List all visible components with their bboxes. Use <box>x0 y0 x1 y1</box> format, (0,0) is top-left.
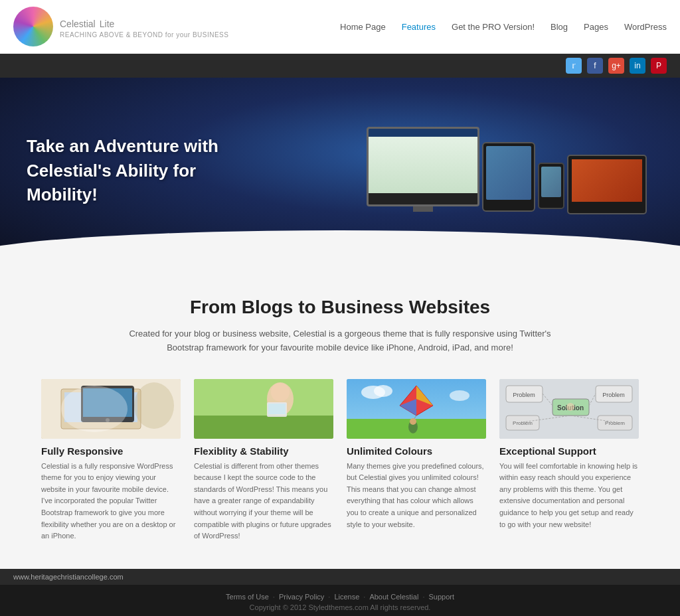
feature-title-2: Unlimited Colours <box>347 445 486 457</box>
hero-section: Take an Adventure with Celestial's Abili… <box>0 78 680 264</box>
header: Celestial Lite REACHING ABOVE & BEYOND f… <box>0 0 680 54</box>
nav-pages[interactable]: Pages <box>584 19 608 35</box>
feature-desc-3: You will feel comfortable in knowing hel… <box>499 461 639 531</box>
gplus-icon[interactable]: g+ <box>608 58 624 74</box>
svg-rect-4 <box>83 388 132 417</box>
feature-stability: Flexiblity & Stability Celestial is diff… <box>194 379 333 542</box>
svg-point-10 <box>271 383 290 402</box>
svg-rect-12 <box>268 404 286 414</box>
footer-copyright: Copyright © 2012 Styledthemes.com All ri… <box>250 603 431 611</box>
feature-title-1: Flexiblity & Stability <box>194 445 333 457</box>
svg-point-23 <box>410 418 416 425</box>
footer-about[interactable]: About Celestial <box>369 593 418 601</box>
monitor-stand <box>413 206 433 212</box>
monitor-screen <box>367 127 479 206</box>
logo-tagline: REACHING ABOVE & BEYOND for your BUSINES… <box>60 31 228 39</box>
nav-blog[interactable]: Blog <box>551 19 568 35</box>
tablet-device <box>567 155 647 214</box>
devices-mockup <box>367 127 647 214</box>
nav-features[interactable]: Features <box>402 19 436 35</box>
feature-support: Problem Solution Problem Problem Problem <box>499 379 639 542</box>
colours-illustration <box>347 379 486 439</box>
section-title: From Blogs to Business Websites <box>27 297 653 318</box>
feature-img-responsive <box>41 379 181 439</box>
hero-title: Take an Adventure with Celestial's Abili… <box>27 134 259 206</box>
stability-illustration <box>194 379 333 439</box>
svg-point-5 <box>106 418 110 422</box>
footer-links: Terms of Use · Privacy Policy · License … <box>226 593 454 601</box>
footer-support[interactable]: Support <box>428 593 454 601</box>
feature-img-stability <box>194 379 333 439</box>
section-subtitle: Created for your blog or business websit… <box>114 327 566 355</box>
logo-text: Celestial Lite REACHING ABOVE & BEYOND f… <box>60 14 228 39</box>
nav-wordpress[interactable]: WordPress <box>624 19 667 35</box>
ipad-device <box>482 142 535 212</box>
responsive-illustration <box>41 379 181 439</box>
footer-url-bar: www.heritagechristiancollege.com <box>0 569 680 585</box>
footer-url-text: www.heritagechristiancollege.com <box>13 573 124 581</box>
svg-point-6 <box>134 382 174 429</box>
main-nav: Home Page Features Get the PRO Version! … <box>340 19 667 35</box>
feature-colours: Unlimited Colours Many themes give you p… <box>347 379 486 542</box>
feature-responsive: Fully Responsive Celestial is a fully re… <box>41 379 181 542</box>
feature-img-support: Problem Solution Problem Problem Problem <box>499 379 639 439</box>
linkedin-icon[interactable]: in <box>630 58 645 74</box>
footer-license[interactable]: License <box>334 593 359 601</box>
social-bar: 𝕣 f g+ in P <box>0 54 680 78</box>
feature-desc-2: Many themes give you predefined colours,… <box>347 461 486 531</box>
support-illustration: Problem Solution Problem Problem Problem <box>499 379 639 439</box>
footer-main: Terms of Use · Privacy Policy · License … <box>0 585 680 616</box>
phone-device <box>538 163 564 209</box>
feature-desc-1: Celestial is different from other themes… <box>194 461 333 542</box>
footer-terms[interactable]: Terms of Use <box>226 593 269 601</box>
facebook-icon[interactable]: f <box>587 58 603 74</box>
logo-icon <box>13 7 53 46</box>
svg-text:Problem: Problem <box>602 392 625 398</box>
feature-title-3: Exceptional Support <box>499 445 639 457</box>
logo-name: Celestial Lite <box>60 14 228 31</box>
svg-rect-8 <box>194 416 333 439</box>
twitter-icon[interactable]: 𝕣 <box>566 58 582 74</box>
monitor-device <box>367 127 479 212</box>
nav-home[interactable]: Home Page <box>340 19 386 35</box>
feature-desc-0: Celestial is a fully responsive WordPres… <box>41 461 181 542</box>
svg-text:Problem: Problem <box>513 392 535 398</box>
svg-point-21 <box>450 390 469 401</box>
hero-text: Take an Adventure with Celestial's Abili… <box>27 134 259 206</box>
footer-privacy[interactable]: Privacy Policy <box>279 593 324 601</box>
content-section: From Blogs to Business Websites Created … <box>0 264 680 569</box>
nav-pro[interactable]: Get the PRO Version! <box>452 19 535 35</box>
feature-title-0: Fully Responsive <box>41 445 181 457</box>
features-grid: Fully Responsive Celestial is a fully re… <box>27 379 653 542</box>
svg-point-20 <box>374 385 392 397</box>
svg-point-39 <box>566 403 574 411</box>
pinterest-icon[interactable]: P <box>651 58 667 74</box>
logo: Celestial Lite REACHING ABOVE & BEYOND f… <box>13 7 228 46</box>
feature-img-colours <box>347 379 486 439</box>
